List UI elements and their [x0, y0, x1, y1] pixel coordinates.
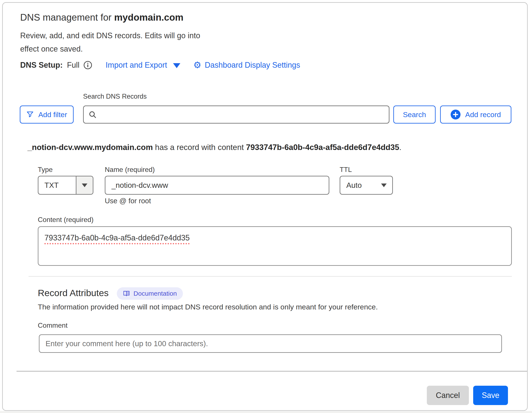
comment-field-wrapper — [39, 334, 502, 353]
content-textarea[interactable]: 7933747b-6a0b-4c9a-af5a-dde6d7e4dd35 — [38, 226, 512, 266]
name-input[interactable] — [105, 181, 329, 189]
search-input[interactable] — [100, 110, 384, 119]
record-attributes-header: Record Attributes Documentation — [38, 286, 183, 300]
chevron-down-icon — [82, 184, 87, 187]
search-button-label: Search — [403, 110, 426, 119]
add-filter-button[interactable]: Add filter — [20, 106, 74, 124]
dashboard-display-label: Dashboard Display Settings — [205, 61, 300, 70]
type-label: Type — [38, 166, 53, 174]
dns-setup-value: Full — [67, 61, 79, 70]
page-title-domain: mydomain.com — [114, 12, 184, 23]
gear-icon: ⚙ — [193, 61, 201, 70]
save-button[interactable]: Save — [473, 386, 508, 405]
notice-record-content: 7933747b-6a0b-4c9a-af5a-dde6d7e4dd35 — [246, 143, 399, 152]
notice-record-name: _notion-dcv.www.mydomain.com — [28, 143, 153, 152]
info-icon[interactable] — [83, 61, 92, 70]
type-select-arrow — [76, 177, 93, 194]
cancel-button-label: Cancel — [436, 391, 460, 400]
cancel-button[interactable]: Cancel — [427, 386, 469, 405]
dns-setup-row: DNS Setup: Full Import and Export ⚙ Dash… — [20, 59, 300, 71]
book-icon — [123, 290, 130, 297]
ttl-label: TTL — [340, 166, 352, 174]
page-subtitle: Review, add, and edit DNS records. Edits… — [20, 29, 209, 56]
chevron-down-icon — [173, 63, 180, 68]
page-title-prefix: DNS management for — [20, 12, 114, 23]
filter-icon — [26, 111, 34, 118]
chevron-down-icon — [381, 184, 387, 187]
search-button[interactable]: Search — [393, 106, 436, 124]
dashboard-display-settings-link[interactable]: ⚙ Dashboard Display Settings — [193, 61, 300, 70]
ttl-select[interactable]: Auto — [340, 176, 393, 195]
record-attributes-heading: Record Attributes — [38, 288, 109, 298]
name-label: Name (required) — [105, 166, 155, 174]
add-record-button[interactable]: Add record — [440, 106, 511, 124]
name-helper-text: Use @ for root — [105, 197, 151, 205]
documentation-link[interactable]: Documentation — [117, 287, 183, 300]
footer-divider — [17, 371, 527, 372]
section-divider — [28, 276, 512, 276]
comment-input[interactable] — [45, 339, 496, 348]
type-select-value: TXT — [38, 181, 76, 189]
page-title: DNS management for mydomain.com — [20, 11, 184, 23]
import-export-label: Import and Export — [106, 61, 167, 70]
dns-management-panel: DNS management for mydomain.com Review, … — [2, 2, 528, 411]
search-label: Search DNS Records — [83, 93, 147, 100]
ttl-select-value: Auto — [346, 181, 362, 189]
record-exists-notice: _notion-dcv.www.mydomain.com has a recor… — [28, 143, 401, 152]
name-field-wrapper — [105, 176, 329, 195]
content-label: Content (required) — [38, 216, 94, 224]
search-input-wrapper — [83, 106, 390, 124]
content-value: 7933747b-6a0b-4c9a-af5a-dde6d7e4dd35 — [44, 233, 190, 242]
type-select[interactable]: TXT — [38, 176, 93, 195]
save-button-label: Save — [482, 391, 499, 400]
import-export-button[interactable]: Import and Export — [106, 61, 180, 70]
record-attributes-description: The information provided here will not i… — [38, 303, 378, 311]
add-filter-label: Add filter — [38, 110, 67, 119]
page-bottom-strip — [0, 411, 532, 413]
plus-icon — [451, 110, 461, 119]
comment-label: Comment — [38, 322, 68, 329]
documentation-label: Documentation — [133, 290, 177, 297]
add-record-label: Add record — [465, 110, 501, 119]
dns-setup-label: DNS Setup: — [20, 61, 63, 70]
search-icon — [88, 110, 97, 119]
